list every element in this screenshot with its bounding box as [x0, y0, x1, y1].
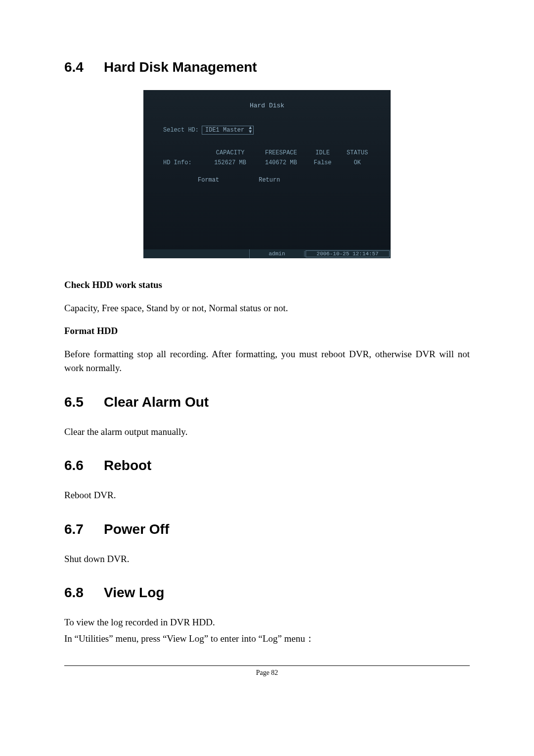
- paragraph-view-log-1: To view the log recorded in DVR HDD.: [64, 615, 470, 630]
- col-blank: [163, 149, 205, 156]
- status-bar-timestamp: 2006-10-25 12:14:57: [306, 250, 390, 257]
- paragraph-reboot: Reboot DVR.: [64, 488, 470, 503]
- col-freespace: FREESPACE: [256, 149, 307, 156]
- select-hd-value: IDE1 Master: [205, 127, 244, 134]
- paragraph-format-hdd: Before formatting stop all recording. Af…: [64, 347, 470, 376]
- select-hd-label: Select HD:: [163, 127, 199, 134]
- heading-number: 6.8: [64, 585, 104, 601]
- heading-title: Power Off: [104, 521, 169, 537]
- format-button[interactable]: Format: [198, 177, 219, 184]
- heading-6-6: 6.6Reboot: [64, 458, 470, 473]
- heading-6-4: 6.4Hard Disk Management: [64, 59, 470, 75]
- document-page: 6.4Hard Disk Management Hard Disk Select…: [0, 0, 534, 707]
- subheading-format-hdd: Format HDD: [64, 324, 470, 338]
- section-hard-disk-management: 6.4Hard Disk Management Hard Disk Select…: [64, 59, 470, 376]
- heading-number: 6.7: [64, 521, 104, 537]
- spinner-arrows-icon: ▲▼: [249, 126, 252, 134]
- heading-number: 6.4: [64, 59, 104, 75]
- table-row: HD Info: 152627 MB 140672 MB False OK: [163, 159, 376, 166]
- heading-title: Hard Disk Management: [104, 59, 257, 75]
- section-power-off: 6.7Power Off Shut down DVR.: [64, 521, 470, 567]
- heading-number: 6.5: [64, 394, 104, 410]
- status-bar-user: admin: [250, 251, 305, 257]
- return-button[interactable]: Return: [259, 177, 280, 184]
- heading-number: 6.6: [64, 458, 104, 473]
- section-reboot: 6.6Reboot Reboot DVR.: [64, 458, 470, 503]
- heading-title: View Log: [104, 585, 164, 600]
- cell-capacity: 152627 MB: [205, 159, 256, 166]
- select-hd-row: Select HD: IDE1 Master ▲▼: [163, 126, 254, 135]
- screenshot-hard-disk: Hard Disk Select HD: IDE1 Master ▲▼ CAPA…: [64, 90, 470, 258]
- dvr-status-bar: admin 2006-10-25 12:14:57: [143, 249, 391, 258]
- paragraph-clear-alarm: Clear the alarm output manually.: [64, 425, 470, 439]
- dvr-window-title: Hard Disk: [143, 90, 391, 109]
- paragraph-power-off: Shut down DVR.: [64, 552, 470, 567]
- dvr-button-row: Format Return: [198, 177, 280, 184]
- cell-freespace: 140672 MB: [256, 159, 307, 166]
- hd-info-table: CAPACITY FREESPACE IDLE STATUS HD Info: …: [163, 149, 376, 169]
- cell-idle: False: [307, 159, 339, 166]
- col-capacity: CAPACITY: [205, 149, 256, 156]
- paragraph-view-log-2: In “Utilities” menu, press “View Log” to…: [64, 632, 470, 646]
- paragraph-check-hdd: Capacity, Free space, Stand by or not, N…: [64, 301, 470, 316]
- status-bar-spacer: [143, 249, 250, 258]
- cell-rowlabel: HD Info:: [163, 159, 205, 166]
- heading-6-7: 6.7Power Off: [64, 521, 470, 537]
- page-footer: Page 82: [64, 669, 470, 677]
- footer-rule: [64, 665, 470, 666]
- heading-6-5: 6.5Clear Alarm Out: [64, 394, 470, 410]
- subheading-check-hdd: Check HDD work status: [64, 278, 470, 292]
- heading-title: Reboot: [104, 458, 151, 473]
- cell-status: OK: [339, 159, 376, 166]
- dvr-screen: Hard Disk Select HD: IDE1 Master ▲▼ CAPA…: [143, 90, 391, 258]
- heading-title: Clear Alarm Out: [104, 394, 209, 410]
- section-view-log: 6.8View Log To view the log recorded in …: [64, 585, 470, 646]
- heading-6-8: 6.8View Log: [64, 585, 470, 601]
- select-hd-dropdown[interactable]: IDE1 Master ▲▼: [202, 126, 254, 135]
- col-status: STATUS: [339, 149, 376, 156]
- col-idle: IDLE: [307, 149, 339, 156]
- table-header-row: CAPACITY FREESPACE IDLE STATUS: [163, 149, 376, 156]
- section-clear-alarm-out: 6.5Clear Alarm Out Clear the alarm outpu…: [64, 394, 470, 439]
